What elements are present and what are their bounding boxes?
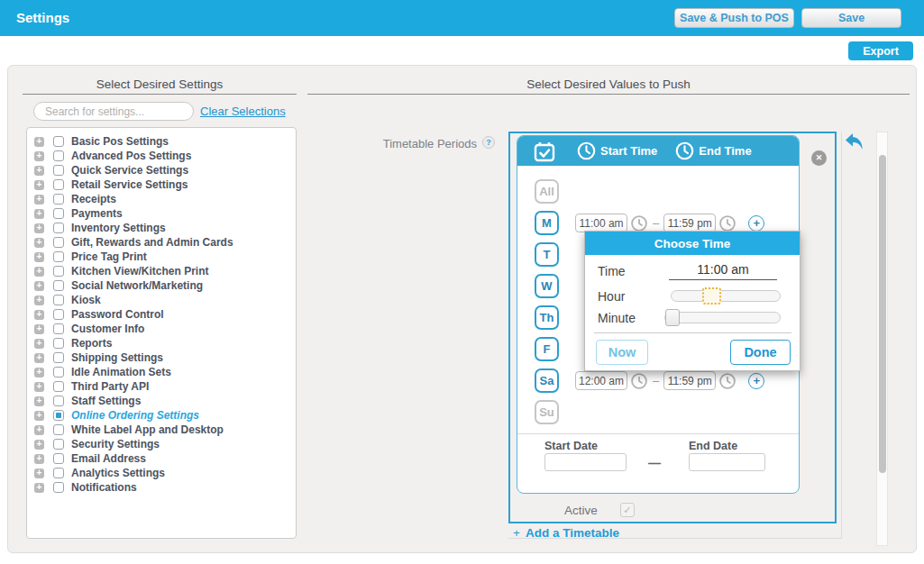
minute-slider[interactable] [664,312,781,323]
setting-checkbox[interactable] [53,381,64,392]
expand-plus-icon[interactable]: + [34,339,44,349]
active-checkbox[interactable]: ✓ [620,503,635,517]
end-time-input[interactable] [663,371,716,390]
expand-plus-icon[interactable]: + [34,396,44,406]
expand-plus-icon[interactable]: + [34,180,44,190]
add-timetable-link[interactable]: +Add a Timetable [513,526,619,540]
settings-list-item[interactable]: + Password Control [27,307,296,322]
add-time-period-button[interactable]: + [748,215,764,232]
settings-list-item[interactable]: + Receipts [27,192,296,206]
settings-list-item[interactable]: + Email Address [27,451,296,466]
day-button-m[interactable]: M [535,211,559,235]
save-button[interactable]: Save [801,8,901,28]
settings-list-item[interactable]: + Security Settings [27,437,296,451]
end-date-input[interactable] [689,453,765,471]
settings-list-item[interactable]: + Kitchen View/Kitchen Print [27,264,296,278]
start-time-input[interactable] [575,371,627,390]
close-icon[interactable]: ✕ [811,150,827,166]
time-value[interactable]: 11:00 am [669,262,777,280]
expand-plus-icon[interactable]: + [34,353,44,363]
setting-checkbox[interactable] [53,194,64,205]
day-button-t[interactable]: T [535,242,559,267]
setting-checkbox[interactable] [53,237,64,248]
expand-plus-icon[interactable]: + [34,209,44,219]
settings-list-item[interactable]: + Reports [27,336,296,350]
expand-plus-icon[interactable]: + [34,368,44,378]
start-date-input[interactable] [544,453,627,471]
day-button-th[interactable]: Th [535,305,559,330]
expand-plus-icon[interactable]: + [34,151,44,161]
setting-checkbox[interactable] [53,453,64,464]
expand-plus-icon[interactable]: + [34,223,44,233]
scrollbar-thumb[interactable] [879,155,886,473]
settings-list-item[interactable]: + Payments [27,206,296,221]
settings-list-item[interactable]: + Advanced Pos Settings [27,149,296,163]
export-button[interactable]: Export [848,41,913,60]
hour-slider[interactable] [671,290,781,302]
settings-list-item[interactable]: + Notifications [27,480,296,495]
setting-checkbox[interactable] [53,309,64,320]
expand-plus-icon[interactable]: + [34,267,44,277]
setting-checkbox[interactable] [53,338,64,349]
expand-plus-icon[interactable]: + [34,440,44,450]
settings-list-item[interactable]: + Inventory Settings [27,221,296,235]
setting-checkbox[interactable] [53,410,64,421]
setting-checkbox[interactable] [53,266,64,277]
clock-icon[interactable] [718,214,736,232]
setting-checkbox[interactable] [53,396,64,406]
expand-plus-icon[interactable]: + [34,411,44,421]
save-and-push-button[interactable]: Save & Push to POS [674,8,794,28]
day-button-w[interactable]: W [535,274,559,298]
search-input[interactable] [33,102,194,121]
settings-list-item[interactable]: + Shipping Settings [27,350,296,365]
day-button-su[interactable]: Su [535,400,559,424]
undo-icon[interactable] [844,132,865,152]
expand-plus-icon[interactable]: + [34,281,44,291]
settings-list-item[interactable]: + Basic Pos Settings [27,134,296,149]
now-button[interactable]: Now [596,340,648,365]
day-button-sa[interactable]: Sa [535,368,559,393]
expand-plus-icon[interactable]: + [34,382,44,392]
setting-checkbox[interactable] [53,367,64,378]
settings-list-item[interactable]: + Kiosk [27,293,296,307]
expand-plus-icon[interactable]: + [34,454,44,464]
expand-plus-icon[interactable]: + [34,166,44,176]
expand-plus-icon[interactable]: + [34,468,44,478]
setting-checkbox[interactable] [53,251,64,262]
setting-checkbox[interactable] [53,352,64,363]
setting-checkbox[interactable] [53,468,64,478]
scrollbar[interactable] [876,132,888,546]
setting-checkbox[interactable] [53,150,64,161]
settings-list-item[interactable]: + Gift, Rewards and Admin Cards [27,235,296,250]
settings-list-item[interactable]: + Third Party API [27,379,296,394]
setting-checkbox[interactable] [53,295,64,305]
settings-list-item[interactable]: + Retail Service Settings [27,177,296,192]
setting-checkbox[interactable] [53,439,64,450]
clear-selections-link[interactable]: Clear Selections [200,105,286,118]
day-button-all[interactable]: All [535,179,559,204]
expand-plus-icon[interactable]: + [34,252,44,262]
settings-list-item[interactable]: + Idle Animation Sets [27,365,296,379]
settings-list-item[interactable]: + Online Ordering Settings [27,408,296,423]
settings-list-item[interactable]: + Staff Settings [27,394,296,408]
setting-checkbox[interactable] [53,179,64,190]
help-icon[interactable]: ? [482,136,495,149]
setting-checkbox[interactable] [53,482,64,493]
expand-plus-icon[interactable]: + [34,296,44,305]
clock-icon[interactable] [718,372,736,390]
setting-checkbox[interactable] [53,223,64,233]
setting-checkbox[interactable] [53,208,64,219]
day-button-f[interactable]: F [535,337,559,361]
settings-list-item[interactable]: + Analytics Settings [27,466,296,480]
settings-list-item[interactable]: + Price Tag Print [27,250,296,264]
expand-plus-icon[interactable]: + [34,324,44,334]
settings-list-item[interactable]: + Quick Service Settings [27,163,296,177]
settings-list-item[interactable]: + White Label App and Desktop [27,423,296,437]
expand-plus-icon[interactable]: + [34,310,44,320]
setting-checkbox[interactable] [53,323,64,334]
setting-checkbox[interactable] [53,424,64,435]
settings-list-item[interactable]: + Customer Info [27,322,296,336]
setting-checkbox[interactable] [53,280,64,291]
settings-list-item[interactable]: + Social Network/Marketing [27,278,296,293]
end-time-input[interactable] [663,214,716,232]
